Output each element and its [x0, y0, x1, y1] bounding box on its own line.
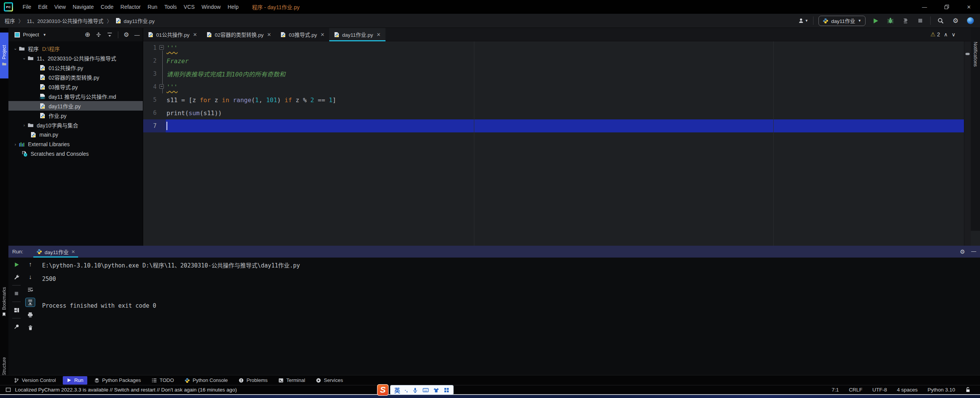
status-message[interactable]: Localized PyCharm 2022.3.3 is available … [15, 387, 237, 393]
close-tab-icon[interactable]: ✕ [71, 249, 75, 254]
tree-row-file[interactable]: 03推导式.py [8, 82, 143, 91]
hide-panel-button[interactable]: — [134, 32, 140, 38]
menu-code[interactable]: Code [97, 0, 117, 14]
tree-row-file[interactable]: main.py [8, 130, 143, 139]
keyboard-icon[interactable] [423, 387, 429, 393]
toolwindow-python-console[interactable]: Python Console [181, 376, 232, 385]
clear-console-button[interactable] [25, 323, 35, 332]
menu-edit[interactable]: Edit [35, 0, 51, 14]
toolwindow-problems[interactable]: Problems [235, 376, 271, 385]
caret-position[interactable]: 7:1 [832, 387, 839, 393]
next-warning-icon[interactable]: ∨ [952, 31, 956, 38]
tree-row-folder[interactable]: ⌄ 11、20230310-公共操作与推导式 [8, 53, 143, 63]
breadcrumb-file[interactable]: day11作业.py [124, 17, 155, 24]
breadcrumb-folder[interactable]: 11、20230310-公共操作与推导式 [27, 17, 103, 24]
scrollbar-thumb[interactable] [965, 53, 970, 55]
search-everywhere-button[interactable] [936, 16, 946, 26]
menu-refactor[interactable]: Refactor [117, 0, 144, 14]
toolwindow-terminal[interactable]: Terminal [274, 376, 309, 385]
ime-language-mode[interactable]: 英 [394, 386, 400, 394]
interpreter[interactable]: Python 3.10 [928, 387, 955, 393]
run-button[interactable] [871, 16, 880, 26]
toolwindow-services[interactable]: Services [312, 376, 347, 385]
windows-taskbar[interactable] [0, 394, 980, 398]
run-configuration-selector[interactable]: day11作业 ▼ [818, 16, 866, 26]
ime-punctuation-mode[interactable]: ·, [405, 387, 408, 393]
menu-window[interactable]: Window [198, 0, 224, 14]
menu-tools[interactable]: Tools [161, 0, 180, 14]
tree-row-file[interactable]: 作业.py [8, 111, 143, 120]
code-editor[interactable]: 1 − ''' 2 Frazer 3 请用列表推导式完成1到100内的所有奇数和… [143, 41, 964, 246]
indent-style[interactable]: 4 spaces [897, 387, 918, 393]
tree-row-scratches[interactable]: Scratches and Consoles [8, 149, 143, 158]
editor-tab[interactable]: 03推导式.py ✕ [276, 28, 329, 41]
fold-toggle[interactable]: − [159, 84, 164, 89]
chevron-down-icon[interactable]: ▼ [43, 33, 46, 37]
project-panel-title[interactable]: Project [23, 32, 39, 38]
run-tab-active[interactable]: day11作业 ✕ [34, 246, 78, 258]
stripe-tab-project[interactable]: Project [0, 33, 8, 78]
chevron-expanded-icon[interactable]: ⌄ [12, 46, 18, 51]
file-encoding[interactable]: UTF-8 [872, 387, 887, 393]
tree-row-folder[interactable]: › day10字典与集合 [8, 120, 143, 130]
menu-navigate[interactable]: Navigate [69, 0, 97, 14]
inspections-widget[interactable]: ⚠ 2 ∧ ∨ [930, 31, 956, 38]
close-tab-icon[interactable]: ✕ [377, 32, 381, 38]
editor-tab[interactable]: 02容器的类型转换.py ✕ [202, 28, 276, 41]
microphone-icon[interactable] [412, 387, 418, 393]
code-line[interactable]: 2 Frazer [143, 54, 964, 67]
code-line[interactable]: 3 请用列表推导式完成1到100内的所有奇数和 [143, 67, 964, 80]
expand-selection-icon[interactable] [107, 32, 113, 38]
settings-button[interactable]: ⚙ [951, 16, 960, 26]
chevron-collapsed-icon[interactable]: › [12, 142, 18, 147]
hide-run-panel-button[interactable]: — [971, 248, 976, 255]
collapse-all-icon[interactable] [96, 32, 101, 38]
up-stacktrace-button[interactable]: ↑ [25, 260, 35, 269]
run-settings-button[interactable]: ⚙ [960, 248, 965, 255]
editor-tab[interactable]: 01公共操作.py ✕ [143, 28, 202, 41]
pin-tab-button[interactable] [11, 322, 21, 331]
tree-row-file[interactable]: day11 推导式与公共操作.md [8, 91, 143, 101]
toolbox-grid-icon[interactable] [444, 387, 449, 393]
menu-run[interactable]: Run [144, 0, 161, 14]
stop-button[interactable] [915, 16, 925, 26]
prev-warning-icon[interactable]: ∧ [944, 31, 948, 38]
error-stripe-scrollbar[interactable] [964, 41, 971, 246]
code-with-me-button[interactable] [965, 16, 975, 26]
print-button[interactable] [25, 310, 35, 320]
sogou-logo-icon[interactable]: S [377, 384, 389, 396]
code-line[interactable]: 5 s11 = [z for z in range(1, 101) if z %… [143, 93, 964, 106]
restore-button[interactable] [936, 0, 958, 14]
line-endings[interactable]: CRLF [849, 387, 862, 393]
user-account-button[interactable]: ▼ [798, 16, 808, 26]
soft-wrap-button[interactable] [25, 285, 35, 294]
menu-vcs[interactable]: VCS [180, 0, 198, 14]
chevron-collapsed-icon[interactable]: › [21, 123, 27, 127]
stop-process-button[interactable] [11, 289, 21, 298]
close-button[interactable]: ✕ [958, 0, 980, 14]
tree-row-external-libraries[interactable]: › External Libraries [8, 139, 143, 149]
code-line[interactable]: 6 print(sum(s11)) [143, 106, 964, 119]
skin-shirt-icon[interactable] [433, 387, 439, 393]
toolwindow-python-packages[interactable]: Python Packages [90, 376, 145, 385]
close-tab-icon[interactable]: ✕ [320, 32, 325, 38]
close-tab-icon[interactable]: ✕ [267, 32, 271, 38]
editor-tab-active[interactable]: day11作业.py ✕ [329, 28, 385, 41]
run-console-output[interactable]: E:\python-3.10.10\python.exe D:\程序\11、20… [42, 259, 976, 375]
rerun-button[interactable] [11, 260, 21, 269]
code-line[interactable]: 1 − ''' [143, 41, 964, 54]
minimize-button[interactable]: — [913, 0, 936, 14]
menu-file[interactable]: File [19, 0, 35, 14]
tree-row-file[interactable]: 01公共操作.py [8, 63, 143, 72]
locate-file-button[interactable]: ⊕ [85, 31, 90, 39]
debug-button[interactable] [885, 16, 895, 26]
tree-row-root[interactable]: ⌄ 程序 D:\程序 [8, 44, 143, 53]
toolwindow-version-control[interactable]: Version Control [10, 376, 60, 385]
code-line-current[interactable]: 7 [143, 119, 964, 132]
unlock-icon[interactable] [965, 387, 971, 393]
menu-view[interactable]: View [51, 0, 69, 14]
toolwindow-run[interactable]: Run [63, 376, 87, 385]
code-line[interactable]: 4 − ''' [143, 80, 964, 93]
tree-row-file-selected[interactable]: day11作业.py [8, 101, 143, 111]
close-tab-icon[interactable]: ✕ [193, 32, 197, 38]
